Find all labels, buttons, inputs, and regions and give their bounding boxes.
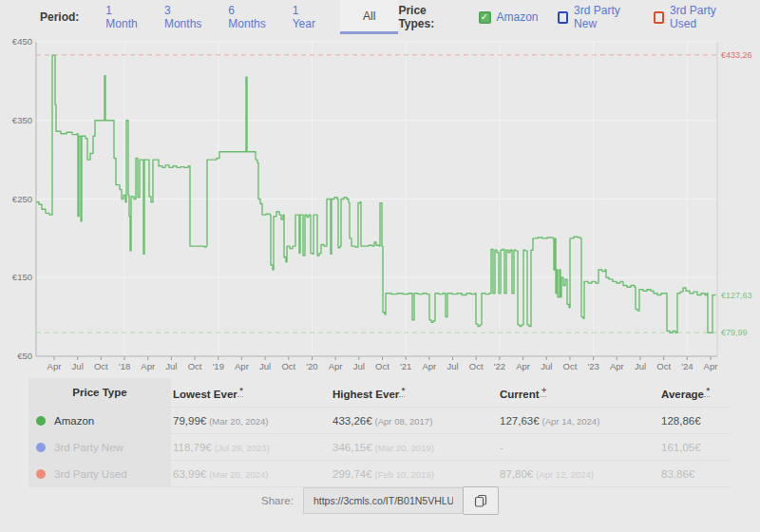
period-option-1-year[interactable]: 1 Year	[293, 4, 317, 30]
x-axis-tick-label: Apr	[610, 361, 624, 371]
current-value: 127,63€	[500, 415, 540, 427]
y-axis-tick-label: €150	[12, 272, 32, 282]
average-value: 128,86€	[661, 415, 701, 427]
x-axis-tick-label: Jul	[72, 361, 84, 371]
amazon-price-line	[36, 55, 715, 332]
x-axis-tick-label: Jul	[635, 361, 646, 371]
y-axis-tick-label: €350	[12, 115, 32, 125]
column-header: Highest Ever *	[331, 386, 498, 400]
price-type-cell: 3rd Party New	[28, 434, 171, 460]
price-annotation-label: €433,26	[721, 50, 752, 60]
price-type-3rd-party-used[interactable]: 3rd Party Used	[654, 4, 733, 30]
x-axis-tick-label: '23	[587, 361, 598, 371]
average-value: 83,86€	[661, 468, 694, 480]
y-axis-tick-label: €250	[12, 194, 32, 204]
average-value: 161,05€	[661, 442, 701, 453]
lowest-value: 118,79€	[173, 442, 212, 453]
x-axis-tick-label: '22	[494, 361, 505, 371]
price-type-amazon[interactable]: ✓Amazon	[479, 10, 539, 24]
column-header: Price Type	[28, 378, 171, 407]
copy-button[interactable]	[463, 486, 499, 515]
price-type-dot-icon	[36, 443, 46, 452]
price-type-name: 3rd Party New	[54, 442, 124, 453]
highest-value: 346,15€	[332, 442, 372, 453]
x-axis-tick-label: Jul	[446, 361, 458, 371]
table-row: 3rd Party New118,79€(Jul 29, 2023)346,15…	[28, 434, 732, 461]
highest-date: (Feb 10, 2019)	[375, 469, 434, 480]
highest-value: 433,26€	[332, 415, 372, 427]
share-url-input[interactable]	[303, 487, 463, 514]
highest-cell: 346,15€(Mar 20, 2019)	[331, 442, 498, 453]
share-bar: Share:	[0, 486, 760, 515]
x-axis-tick-label: Oct	[563, 361, 578, 371]
price-type-name: 3rd Party Used	[54, 468, 127, 480]
x-axis-tick-label: '21	[400, 361, 411, 371]
price-type-cell: 3rd Party Used	[28, 461, 171, 486]
price-summary-table: Price TypeLowest Ever *Highest Ever *Cur…	[28, 378, 732, 487]
price-type-name: Amazon	[54, 415, 94, 427]
price-type-cell: Amazon	[28, 408, 171, 433]
column-header: Average *	[659, 386, 732, 400]
highest-cell: 299,74€(Feb 10, 2019)	[331, 468, 498, 480]
x-axis-tick-label: Jul	[259, 361, 271, 371]
current-date: (Apr 14, 2024)	[542, 416, 600, 427]
highest-date: (Apr 08, 2017)	[375, 416, 433, 427]
lowest-cell: 79,99€(Mar 20, 2024)	[171, 415, 331, 427]
share-label: Share:	[261, 495, 294, 506]
current-date: (Apr 12, 2024)	[536, 469, 594, 480]
column-header-label: Price Type	[72, 387, 126, 398]
current-value: -	[500, 442, 504, 453]
current-value: 87,80€	[500, 468, 533, 480]
table-row: 3rd Party Used63,99€(Mar 20, 2024)299,74…	[28, 461, 732, 487]
x-axis-tick-label: Jul	[353, 361, 365, 371]
period-options: 1 Month3 Months6 Months1 YearAll	[79, 0, 398, 34]
price-type-label: 3rd Party New	[574, 4, 635, 30]
period-option-3-months[interactable]: 3 Months	[164, 4, 201, 30]
price-types-selector: Price Types: ✓Amazon3rd Party New3rd Par…	[398, 0, 733, 34]
x-axis-tick-label: Oct	[375, 361, 390, 371]
x-axis-tick-label: Jul	[541, 361, 552, 371]
x-axis-tick-label: Apr	[329, 361, 343, 371]
lowest-cell: 118,79€(Jul 29, 2023)	[171, 442, 331, 453]
period-option-all[interactable]: All	[340, 0, 398, 34]
price-type-label: Amazon	[497, 10, 539, 24]
column-header-label: Highest Ever	[332, 388, 399, 399]
x-axis-tick-label: Apr	[48, 361, 62, 371]
current-cell: -	[498, 442, 659, 453]
price-annotation-label: €79,99	[721, 328, 748, 337]
toolbar: Period: 1 Month3 Months6 Months1 YearAll…	[0, 0, 760, 34]
price-type-checkboxes: ✓Amazon3rd Party New3rd Party Used	[460, 4, 734, 30]
x-axis-tick-label: Apr	[704, 361, 718, 371]
x-axis-tick-label: Jul	[165, 361, 177, 371]
x-axis-tick-label: Oct	[188, 361, 202, 371]
x-axis-tick-label: Oct	[94, 361, 108, 371]
x-axis-tick-label: '18	[119, 361, 130, 371]
period-option-1-month[interactable]: 1 Month	[105, 4, 138, 30]
price-type-dot-icon	[36, 416, 46, 426]
column-header: Lowest Ever *	[171, 386, 331, 400]
period-selector: Period: 1 Month3 Months6 Months1 YearAll	[40, 0, 398, 34]
x-axis-tick-label: Oct	[469, 361, 484, 371]
x-axis-tick-label: Oct	[656, 361, 671, 371]
x-axis-tick-label: '19	[213, 361, 224, 371]
x-axis-tick-label: '20	[306, 361, 317, 371]
x-axis-tick-label: Apr	[422, 361, 436, 371]
period-option-6-months[interactable]: 6 Months	[228, 4, 265, 30]
x-axis-tick-label: Oct	[281, 361, 295, 371]
table-row: Amazon79,99€(Mar 20, 2024)433,26€(Apr 08…	[28, 408, 732, 434]
unchecked-checkbox-icon	[558, 11, 569, 24]
lowest-date: (Mar 20, 2024)	[209, 469, 268, 480]
lowest-date: (Mar 20, 2024)	[209, 416, 268, 427]
price-types-label: Price Types:	[398, 4, 459, 30]
checked-checkbox-icon: ✓	[479, 11, 491, 24]
x-axis-tick-label: Apr	[141, 361, 155, 371]
average-cell: 83,86€	[659, 468, 732, 480]
lowest-cell: 63,99€(Mar 20, 2024)	[171, 468, 331, 480]
average-cell: 161,05€	[659, 442, 732, 453]
x-axis-tick-label: Apr	[235, 361, 249, 371]
lowest-value: 63,99€	[173, 468, 206, 480]
price-type-dot-icon	[36, 469, 46, 479]
lowest-date: (Jul 29, 2023)	[215, 443, 270, 453]
x-axis-tick-label: '24	[681, 361, 693, 371]
price-type-3rd-party-new[interactable]: 3rd Party New	[558, 4, 635, 30]
